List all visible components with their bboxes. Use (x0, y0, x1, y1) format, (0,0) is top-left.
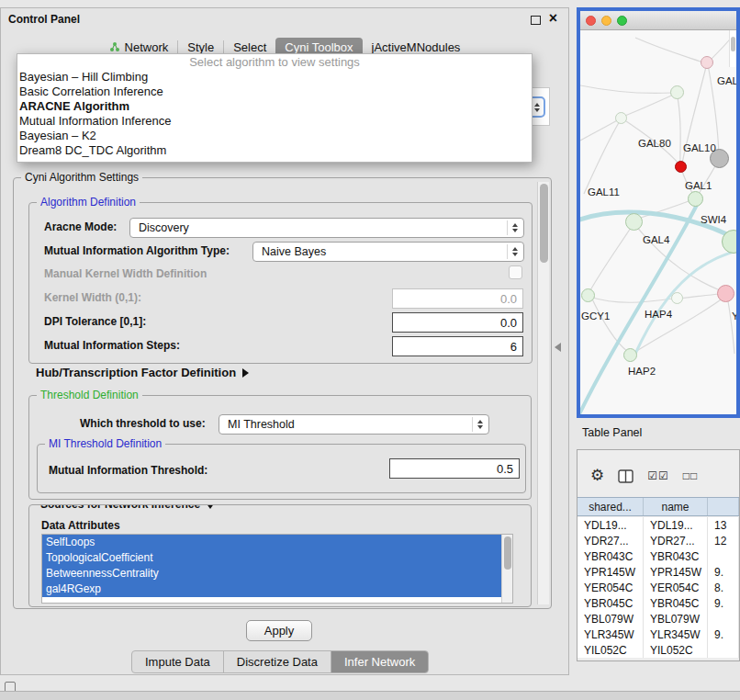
float-window-icon[interactable] (531, 16, 541, 25)
scrollbar-thumb[interactable] (504, 536, 511, 570)
table-panel-window: ⚙ ☑☑ □□ shared... name YDL19... YDL19...… (577, 449, 740, 661)
desktop: Control Panel × Network Style Select Cyn… (0, 0, 740, 700)
network-node[interactable] (625, 213, 643, 231)
dropdown-item-selected[interactable]: ARACNE Algorithm (17, 99, 532, 114)
table-row[interactable]: YBL079W YBL079W (577, 611, 739, 627)
group-title: Threshold Definition (37, 389, 142, 401)
network-tab-icon (109, 41, 120, 52)
mi-steps-label: Mutual Information Steps: (44, 339, 180, 352)
sources-toggle[interactable]: Sources for Network Inference (37, 504, 219, 511)
unchecked-boxes-icon[interactable]: □□ (683, 469, 699, 482)
traffic-light-close-icon[interactable] (586, 16, 596, 26)
triangle-right-icon (242, 368, 249, 378)
table-body: YDL19... YDL19... 13 YDR27... YDR27... 1… (577, 517, 739, 658)
tab-label: jActiveMNodules (372, 40, 461, 54)
table-row[interactable]: YBR045C YBR045C 9. (577, 595, 739, 611)
traffic-light-minimize-icon[interactable] (601, 16, 611, 26)
network-node[interactable] (623, 348, 637, 362)
network-node[interactable] (717, 285, 734, 302)
network-node[interactable] (670, 85, 684, 99)
gear-icon[interactable]: ⚙ (590, 467, 604, 485)
dropdown-item[interactable]: Basic Correlation Inference (17, 85, 532, 99)
mi-type-select[interactable]: Naive Bayes (252, 242, 524, 262)
list-item[interactable]: BetweennessCentrality (42, 566, 504, 581)
which-threshold-select[interactable]: MI Threshold (219, 414, 489, 435)
network-node[interactable] (688, 191, 703, 207)
splitpane-arrow-icon[interactable] (555, 343, 561, 352)
table-row[interactable]: YDR27... YDR27... 12 (577, 533, 739, 548)
table-cell: YBL079W (644, 611, 708, 627)
manual-kernel-checkbox[interactable] (509, 265, 522, 279)
stepper-icon (507, 220, 521, 235)
column-header[interactable]: name (644, 498, 708, 515)
tab-discretize-data[interactable]: Discretize Data (224, 651, 331, 672)
column-header[interactable]: shared... (577, 498, 644, 515)
table-row[interactable]: YER054C YER054C 8. (577, 580, 739, 595)
group-title: Cyni Algorithm Settings (21, 171, 142, 184)
bottom-status-strip (0, 691, 740, 700)
group-title: MI Threshold Definition (45, 437, 165, 450)
apply-button[interactable]: Apply (246, 620, 312, 641)
table-row[interactable]: YDL19... YDL19... 13 (577, 517, 739, 533)
tab-label: Style (187, 40, 214, 54)
list-scrollbar[interactable] (501, 535, 512, 603)
checked-boxes-icon[interactable]: ☑☑ (647, 469, 669, 482)
network-node-label: GAL80 (638, 138, 671, 149)
network-node-label: GAL (717, 75, 736, 86)
dropdown-item[interactable]: Bayesian – Hill Climbing (17, 70, 532, 85)
network-canvas[interactable]: GALGAL80GAL10GAL11GAL1SWI4GAL4GCY1HAP4YH… (580, 30, 736, 414)
list-item[interactable]: SelfLoops (42, 535, 504, 550)
network-node-label: HAP4 (645, 309, 672, 320)
sources-title: Sources for Network Inference (40, 504, 200, 511)
dropdown-item[interactable]: Bayesian – K2 (17, 129, 532, 143)
scrollbar-thumb[interactable] (540, 184, 548, 263)
list-item[interactable]: TopologicalCoefficient (42, 550, 504, 566)
tab-infer-network[interactable]: Infer Network (331, 651, 428, 672)
table-cell: 13 (708, 517, 739, 533)
traffic-light-zoom-icon[interactable] (617, 16, 627, 26)
aracne-mode-label: Aracne Mode: (44, 220, 117, 233)
network-node[interactable] (671, 292, 683, 304)
chevron-up-icon (534, 103, 540, 107)
bottom-tab-bar: Impute Data Discretize Data Infer Networ… (131, 650, 429, 673)
network-node[interactable] (615, 112, 627, 124)
dpi-tolerance-label: DPI Tolerance [0,1]: (44, 315, 146, 328)
threshold-definition-group: Threshold Definition Which threshold to … (28, 395, 532, 500)
aracne-mode-select[interactable]: Discovery (129, 218, 524, 238)
table-cell: YLR345W (577, 627, 644, 642)
table-cell: YER054C (577, 580, 644, 595)
network-node[interactable] (675, 161, 687, 173)
network-node-label: GAL11 (588, 186, 620, 198)
table-row[interactable]: YIL052C YIL052C (577, 642, 739, 658)
close-icon[interactable]: × (549, 10, 557, 27)
column-header[interactable] (708, 498, 739, 515)
network-node[interactable] (701, 56, 713, 69)
columns-icon[interactable] (618, 469, 633, 483)
table-row[interactable]: YPR145W YPR145W 9. (577, 564, 739, 580)
tab-impute-data[interactable]: Impute Data (132, 651, 223, 672)
dropdown-item[interactable]: Dream8 DC_TDC Algorithm (17, 143, 532, 158)
settings-scrollbar[interactable] (537, 182, 549, 604)
scrollbar-thumb[interactable] (731, 37, 735, 51)
hub-section-toggle[interactable]: Hub/Transcription Factor Definition (36, 366, 249, 379)
dpi-tolerance-field[interactable]: 0.0 (392, 312, 523, 333)
network-node-label: HAP2 (628, 366, 656, 377)
dropdown-item[interactable]: Mutual Information Inference (17, 114, 532, 129)
algorithm-dropdown-popup: Select algorithm to view settings Bayesi… (17, 53, 533, 163)
mi-threshold-field[interactable]: 0.5 (389, 458, 520, 479)
list-item[interactable]: gal4RGexp (42, 581, 504, 597)
hub-section-label: Hub/Transcription Factor Definition (36, 366, 236, 379)
network-node-label: GCY1 (581, 310, 610, 322)
mi-steps-field[interactable]: 6 (392, 336, 523, 356)
chevron-down-icon (534, 108, 540, 112)
kernel-width-field[interactable]: 0.0 (392, 288, 523, 309)
stepper-icon (472, 417, 487, 432)
table-cell: 9. (708, 564, 739, 580)
network-node[interactable] (581, 288, 595, 302)
table-cell: YBR045C (577, 595, 644, 611)
table-row[interactable]: YBR043C YBR043C (577, 548, 739, 564)
table-cell: YBR043C (577, 548, 644, 564)
tab-label: Cyni Toolbox (285, 40, 353, 54)
network-scrollbar[interactable] (729, 30, 736, 67)
table-row[interactable]: YLR345W YLR345W 9. (577, 627, 739, 642)
